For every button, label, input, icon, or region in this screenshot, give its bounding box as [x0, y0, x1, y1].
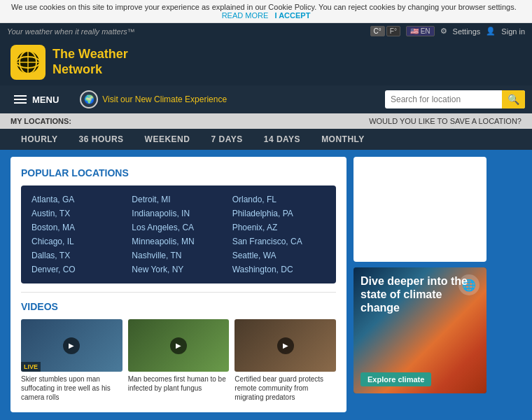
fahrenheit-button[interactable]: F°: [386, 26, 400, 36]
left-panel: POPULAR LOCATIONS Atlanta, GA Austin, TX…: [10, 157, 346, 412]
video-card[interactable]: ▶ Certified bear guard protects remote c…: [234, 319, 336, 402]
tab-weekend[interactable]: WEEKEND: [134, 129, 201, 150]
top-bar-right: C° F° 🇺🇸 EN ⚙ Settings 👤 Sign in: [370, 26, 525, 36]
celsius-button[interactable]: C°: [370, 26, 385, 36]
list-item[interactable]: Denver, CO: [31, 262, 125, 276]
header: The Weather Network: [0, 39, 532, 85]
list-item[interactable]: Dallas, TX: [31, 248, 125, 262]
tab-14days[interactable]: 14 DAYS: [253, 129, 311, 150]
hamburger-icon: [14, 95, 27, 104]
read-more-link[interactable]: READ MORE: [222, 11, 269, 20]
logo-line1: The Weather: [52, 47, 128, 61]
video-card[interactable]: ▶ Man becomes first human to be infected…: [128, 319, 230, 402]
right-panel: 🌐 Dive deeper into the state of climate …: [354, 157, 486, 412]
list-item[interactable]: Austin, TX: [31, 206, 125, 220]
tab-7days[interactable]: 7 DAYS: [200, 129, 253, 150]
climate-card[interactable]: 🌐 Dive deeper into the state of climate …: [354, 267, 486, 393]
locations-col-3: Orlando, FL Philadelphia, PA Phoenix, AZ…: [232, 192, 326, 276]
videos-title: VIDEOS: [21, 301, 336, 312]
lang-label: EN: [421, 27, 430, 35]
play-icon: ▶: [277, 337, 294, 354]
list-item[interactable]: Washington, DC: [232, 262, 326, 276]
list-item[interactable]: Los Angeles, CA: [132, 220, 225, 234]
list-item[interactable]: San Francisco, CA: [232, 234, 326, 248]
climate-card-background: 🌐 Dive deeper into the state of climate …: [354, 267, 486, 393]
explore-climate-button[interactable]: Explore climate: [360, 372, 431, 386]
accept-cookies-button[interactable]: I ACCEPT: [274, 11, 310, 20]
my-locations-label: MY LOCATIONS:: [10, 117, 71, 125]
top-bar: Your weather when it really matters™ C° …: [0, 23, 532, 39]
video-card[interactable]: ▶ LIVE Skier stumbles upon man suffocati…: [21, 319, 122, 402]
menu-button[interactable]: MENU: [7, 89, 66, 111]
main-content: POPULAR LOCATIONS Atlanta, GA Austin, TX…: [0, 150, 532, 419]
tab-monthly[interactable]: MONTHLY: [311, 129, 375, 150]
flag-icon: 🇺🇸: [410, 27, 419, 35]
search-button[interactable]: 🔍: [502, 90, 525, 108]
list-item[interactable]: Nashville, TN: [132, 248, 225, 262]
search-bar: 🔍: [385, 90, 525, 108]
locations-grid: Atlanta, GA Austin, TX Boston, MA Chicag…: [21, 186, 336, 284]
language-selector[interactable]: 🇺🇸 EN: [406, 26, 435, 36]
settings-link[interactable]: Settings: [453, 27, 481, 36]
list-item[interactable]: Detroit, MI: [132, 192, 225, 206]
video-caption: Man becomes first human to be infected b…: [128, 374, 230, 393]
signin-link[interactable]: Sign in: [501, 27, 525, 36]
advertisement-box: [354, 157, 486, 262]
section-divider: [21, 292, 336, 293]
logo-line2: Network: [52, 62, 102, 76]
play-icon: ▶: [170, 337, 187, 354]
logo-icon: [10, 45, 46, 80]
user-icon: 👤: [486, 27, 496, 36]
locations-col-1: Atlanta, GA Austin, TX Boston, MA Chicag…: [31, 192, 125, 276]
menu-label: MENU: [32, 94, 59, 105]
list-item[interactable]: Indianapolis, IN: [132, 206, 225, 220]
videos-section: VIDEOS ▶ LIVE Skier stumbles upon man su…: [21, 301, 336, 402]
play-icon: ▶: [63, 337, 80, 354]
tab-36hours[interactable]: 36 HOURS: [69, 129, 134, 150]
logo[interactable]: The Weather Network: [10, 45, 128, 80]
climate-card-text: Dive deeper into the state of climate ch…: [360, 274, 479, 315]
video-grid: ▶ LIVE Skier stumbles upon man suffocati…: [21, 319, 336, 402]
climate-label: Visit our New Climate Experience: [102, 94, 227, 104]
tagline: Your weather when it really matters™: [7, 27, 135, 36]
climate-icon: 🌍: [80, 90, 98, 108]
list-item[interactable]: New York, NY: [132, 262, 225, 276]
search-icon: 🔍: [507, 94, 519, 105]
video-label: LIVE: [21, 362, 41, 372]
locations-col-2: Detroit, MI Indianapolis, IN Los Angeles…: [132, 192, 225, 276]
cookie-text: We use cookies on this site to improve y…: [11, 3, 517, 11]
gear-icon: ⚙: [440, 27, 447, 36]
video-thumbnail: ▶: [234, 319, 336, 372]
locations-bar: MY LOCATIONS: WOULD YOU LIKE TO SAVE A L…: [0, 113, 532, 129]
logo-text: The Weather Network: [52, 47, 128, 77]
video-caption: Skier stumbles upon man suffocating in t…: [21, 374, 122, 402]
nav-bar: MENU 🌍 Visit our New Climate Experience …: [0, 85, 532, 113]
popular-locations-title: POPULAR LOCATIONS: [21, 167, 336, 178]
list-item[interactable]: Atlanta, GA: [31, 192, 125, 206]
list-item[interactable]: Philadelphia, PA: [232, 206, 326, 220]
save-location-prompt[interactable]: WOULD YOU LIKE TO SAVE A LOCATION?: [369, 117, 522, 125]
list-item[interactable]: Minneapolis, MN: [132, 234, 225, 248]
cookie-banner: We use cookies on this site to improve y…: [0, 0, 532, 23]
temp-toggle: C° F°: [370, 26, 400, 36]
list-item[interactable]: Boston, MA: [31, 220, 125, 234]
tab-hourly[interactable]: HOURLY: [10, 129, 69, 150]
list-item[interactable]: Seattle, WA: [232, 248, 326, 262]
video-thumbnail: ▶: [128, 319, 230, 372]
list-item[interactable]: Orlando, FL: [232, 192, 326, 206]
video-caption: Certified bear guard protects remote com…: [234, 374, 336, 402]
list-item[interactable]: Phoenix, AZ: [232, 220, 326, 234]
video-thumbnail: ▶ LIVE: [21, 319, 122, 372]
climate-button[interactable]: 🌍 Visit our New Climate Experience: [73, 87, 234, 112]
search-input[interactable]: [385, 91, 502, 108]
list-item[interactable]: Chicago, IL: [31, 234, 125, 248]
weather-tabs: HOURLY 36 HOURS WEEKEND 7 DAYS 14 DAYS M…: [0, 129, 532, 150]
